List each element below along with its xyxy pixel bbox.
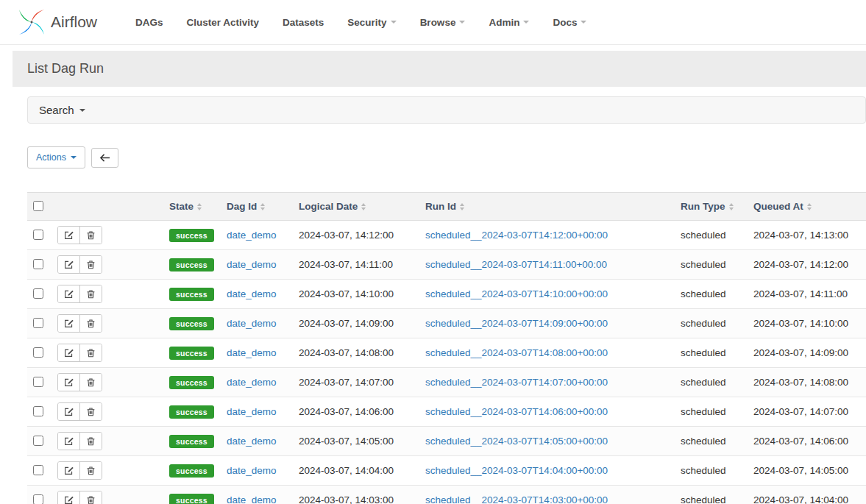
- run-id-link[interactable]: scheduled__2024-03-07T14:03:00+00:00: [425, 494, 608, 504]
- delete-button[interactable]: [80, 285, 102, 302]
- dag-id-link[interactable]: date_demo: [227, 288, 277, 299]
- run-id-link[interactable]: scheduled__2024-03-07T14:10:00+00:00: [425, 288, 608, 299]
- nav-item-dags[interactable]: DAGs: [124, 10, 175, 35]
- column-header-state[interactable]: State: [163, 193, 221, 221]
- row-checkbox[interactable]: [33, 259, 43, 269]
- nav-item-docs[interactable]: Docs: [541, 10, 598, 35]
- delete-button[interactable]: [80, 256, 102, 273]
- dag-id-link[interactable]: date_demo: [227, 259, 277, 270]
- run-id-link[interactable]: scheduled__2024-03-07T14:08:00+00:00: [425, 347, 608, 358]
- row-actions-cell: [52, 368, 163, 397]
- dag-id-link[interactable]: date_demo: [227, 318, 277, 329]
- row-actions-cell: [52, 427, 163, 456]
- nav-item-cluster-activity[interactable]: Cluster Activity: [175, 10, 271, 35]
- row-checkbox[interactable]: [33, 318, 43, 328]
- run-id-link[interactable]: scheduled__2024-03-07T14:06:00+00:00: [425, 406, 608, 417]
- delete-button[interactable]: [80, 433, 102, 450]
- row-checkbox[interactable]: [33, 494, 43, 504]
- checkbox-cell: [27, 221, 52, 250]
- delete-button[interactable]: [80, 491, 102, 504]
- column-header-label[interactable]: Run Id: [425, 201, 456, 212]
- run-id-link[interactable]: scheduled__2024-03-07T14:12:00+00:00: [425, 230, 608, 241]
- column-header-run-id[interactable]: Run Id: [419, 193, 675, 221]
- run-id-cell: scheduled__2024-03-07T14:09:00+00:00: [419, 309, 675, 338]
- nav-item: Datasets: [271, 10, 336, 35]
- dag-id-link[interactable]: date_demo: [227, 436, 277, 447]
- state-cell: success: [163, 280, 221, 309]
- row-actions-cell: [52, 338, 163, 368]
- status-badge: success: [169, 435, 214, 448]
- table-row: success date_demo 2024-03-07, 14:09:00 s…: [27, 309, 866, 338]
- column-header-label[interactable]: Dag Id: [227, 201, 257, 212]
- dag-id-link[interactable]: date_demo: [227, 406, 277, 417]
- edit-button[interactable]: [58, 374, 80, 391]
- column-header-label[interactable]: State: [169, 201, 194, 212]
- dag-id-link[interactable]: date_demo: [227, 494, 277, 504]
- row-checkbox[interactable]: [33, 436, 43, 446]
- edit-button[interactable]: [58, 285, 80, 302]
- nav-list: DAGs Cluster Activity Datasets Security …: [124, 10, 598, 35]
- run-id-link[interactable]: scheduled__2024-03-07T14:04:00+00:00: [425, 465, 608, 476]
- edit-button[interactable]: [58, 462, 80, 479]
- state-cell: success: [163, 368, 221, 397]
- select-all-checkbox[interactable]: [33, 201, 43, 211]
- column-header-label[interactable]: Logical Date: [299, 201, 358, 212]
- nav-item: DAGs: [124, 10, 175, 35]
- row-checkbox[interactable]: [33, 288, 43, 299]
- delete-button[interactable]: [80, 403, 102, 420]
- main-content: Search Actions: [13, 87, 866, 504]
- column-header-run-type[interactable]: Run Type: [675, 193, 748, 221]
- run-type-cell: scheduled: [675, 456, 748, 486]
- dag-id-link[interactable]: date_demo: [227, 377, 277, 388]
- table-header-row: State Dag Id Logical Date Run Id Run Typ…: [27, 193, 866, 221]
- checkbox-cell: [27, 338, 52, 368]
- row-checkbox[interactable]: [33, 347, 43, 358]
- search-toggle[interactable]: Search: [27, 96, 866, 124]
- airflow-brand-link[interactable]: Airflow: [18, 8, 97, 36]
- edit-button[interactable]: [58, 344, 80, 361]
- row-checkbox[interactable]: [33, 465, 43, 475]
- delete-button[interactable]: [80, 227, 102, 244]
- column-header-dag-id[interactable]: Dag Id: [221, 193, 293, 221]
- delete-button[interactable]: [80, 374, 102, 391]
- dag-id-link[interactable]: date_demo: [227, 465, 277, 476]
- row-actions-group: [57, 402, 102, 421]
- delete-button[interactable]: [80, 344, 102, 361]
- edit-button[interactable]: [58, 315, 80, 332]
- run-id-link[interactable]: scheduled__2024-03-07T14:05:00+00:00: [425, 436, 608, 447]
- column-header-queued-at[interactable]: Queued At: [748, 193, 866, 221]
- row-actions-group: [57, 432, 102, 450]
- edit-button[interactable]: [58, 433, 80, 450]
- run-type-cell: scheduled: [675, 338, 748, 368]
- column-header-label[interactable]: Queued At: [753, 201, 803, 212]
- row-checkbox[interactable]: [33, 377, 43, 387]
- trash-icon: [86, 348, 96, 358]
- table-wrap: State Dag Id Logical Date Run Id Run Typ…: [27, 192, 866, 504]
- edit-button[interactable]: [58, 491, 80, 504]
- nav-item-security[interactable]: Security: [336, 10, 408, 35]
- dag-id-link[interactable]: date_demo: [227, 230, 277, 241]
- chevron-down-icon: [71, 156, 77, 159]
- run-id-link[interactable]: scheduled__2024-03-07T14:11:00+00:00: [425, 259, 607, 270]
- column-header-logical-date[interactable]: Logical Date: [293, 193, 419, 221]
- nav-item-browse[interactable]: Browse: [408, 10, 478, 35]
- actions-button[interactable]: Actions: [27, 146, 85, 168]
- nav-item-admin[interactable]: Admin: [477, 10, 541, 35]
- delete-button[interactable]: [80, 315, 102, 332]
- run-id-link[interactable]: scheduled__2024-03-07T14:09:00+00:00: [425, 318, 608, 329]
- delete-button[interactable]: [80, 462, 102, 479]
- edit-button[interactable]: [58, 227, 80, 244]
- nav-item-datasets[interactable]: Datasets: [271, 10, 336, 35]
- run-id-link[interactable]: scheduled__2024-03-07T14:07:00+00:00: [425, 377, 608, 388]
- row-checkbox[interactable]: [33, 230, 43, 240]
- row-checkbox[interactable]: [33, 406, 43, 416]
- back-button[interactable]: [91, 148, 118, 168]
- row-actions-cell: [52, 486, 163, 504]
- queued-at-cell: 2024-03-07, 14:12:00: [748, 250, 866, 280]
- column-header-label[interactable]: Run Type: [681, 201, 725, 212]
- dag-id-link[interactable]: date_demo: [227, 347, 277, 358]
- edit-button[interactable]: [58, 403, 80, 420]
- edit-icon: [64, 495, 74, 504]
- edit-button[interactable]: [58, 256, 80, 273]
- edit-icon: [64, 348, 74, 358]
